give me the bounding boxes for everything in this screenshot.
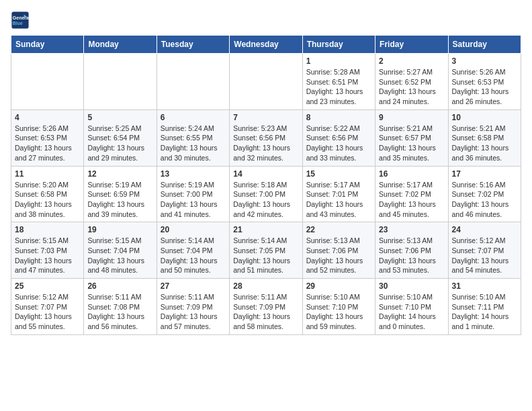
calendar-week-3: 11Sunrise: 5:20 AM Sunset: 6:58 PM Dayli… — [11, 166, 521, 222]
calendar-cell: 16Sunrise: 5:17 AM Sunset: 7:02 PM Dayli… — [375, 166, 448, 222]
calendar-cell: 10Sunrise: 5:21 AM Sunset: 6:58 PM Dayli… — [448, 109, 521, 166]
calendar-cell: 22Sunrise: 5:13 AM Sunset: 7:06 PM Dayli… — [302, 222, 375, 279]
day-info: Sunrise: 5:28 AM Sunset: 6:51 PM Dayligh… — [306, 67, 371, 107]
svg-rect-0 — [11, 11, 28, 28]
calendar-cell: 21Sunrise: 5:14 AM Sunset: 7:05 PM Dayli… — [230, 222, 302, 279]
day-header-friday: Friday — [375, 36, 448, 54]
day-number: 4 — [15, 113, 80, 122]
calendar-cell: 7Sunrise: 5:23 AM Sunset: 6:56 PM Daylig… — [230, 109, 302, 166]
calendar-cell: 9Sunrise: 5:21 AM Sunset: 6:57 PM Daylig… — [375, 109, 448, 166]
day-number: 7 — [233, 113, 298, 122]
calendar-cell: 8Sunrise: 5:22 AM Sunset: 6:56 PM Daylig… — [302, 109, 375, 166]
day-number: 31 — [452, 281, 517, 291]
svg-text:General: General — [13, 15, 30, 20]
day-number: 10 — [452, 113, 517, 122]
calendar-cell: 4Sunrise: 5:26 AM Sunset: 6:53 PM Daylig… — [11, 109, 84, 166]
calendar-cell: 23Sunrise: 5:13 AM Sunset: 7:06 PM Dayli… — [375, 222, 448, 279]
day-header-saturday: Saturday — [448, 36, 521, 54]
logo: General Blue — [11, 11, 30, 30]
day-number: 14 — [233, 169, 298, 179]
day-number: 5 — [87, 113, 152, 122]
day-header-sunday: Sunday — [11, 36, 84, 54]
day-info: Sunrise: 5:11 AM Sunset: 7:09 PM Dayligh… — [233, 292, 298, 332]
day-number: 15 — [306, 169, 371, 179]
page-header: General Blue — [11, 11, 521, 30]
calendar-cell: 3Sunrise: 5:26 AM Sunset: 6:53 PM Daylig… — [448, 54, 521, 110]
day-info: Sunrise: 5:13 AM Sunset: 7:06 PM Dayligh… — [306, 236, 371, 275]
day-number: 24 — [452, 225, 517, 234]
calendar-cell: 27Sunrise: 5:11 AM Sunset: 7:09 PM Dayli… — [157, 279, 229, 335]
calendar-cell: 28Sunrise: 5:11 AM Sunset: 7:09 PM Dayli… — [230, 279, 302, 335]
day-number: 18 — [15, 225, 80, 234]
day-info: Sunrise: 5:17 AM Sunset: 7:01 PM Dayligh… — [306, 180, 371, 220]
calendar-cell: 25Sunrise: 5:12 AM Sunset: 7:07 PM Dayli… — [11, 279, 84, 335]
calendar-cell — [11, 54, 84, 110]
day-info: Sunrise: 5:24 AM Sunset: 6:55 PM Dayligh… — [161, 124, 226, 163]
calendar-cell: 11Sunrise: 5:20 AM Sunset: 6:58 PM Dayli… — [11, 166, 84, 222]
day-info: Sunrise: 5:20 AM Sunset: 6:58 PM Dayligh… — [15, 180, 80, 220]
day-number: 9 — [379, 113, 444, 122]
calendar-cell: 5Sunrise: 5:25 AM Sunset: 6:54 PM Daylig… — [84, 109, 157, 166]
calendar-week-4: 18Sunrise: 5:15 AM Sunset: 7:03 PM Dayli… — [11, 222, 521, 279]
day-info: Sunrise: 5:15 AM Sunset: 7:03 PM Dayligh… — [15, 236, 80, 275]
calendar-cell — [157, 54, 229, 110]
day-header-monday: Monday — [84, 36, 157, 54]
day-number: 1 — [306, 56, 371, 66]
title-block — [30, 11, 494, 12]
calendar-week-2: 4Sunrise: 5:26 AM Sunset: 6:53 PM Daylig… — [11, 109, 521, 166]
day-number: 22 — [306, 225, 371, 234]
day-info: Sunrise: 5:25 AM Sunset: 6:54 PM Dayligh… — [87, 124, 152, 163]
day-info: Sunrise: 5:14 AM Sunset: 7:05 PM Dayligh… — [233, 236, 298, 275]
day-number: 30 — [379, 281, 444, 291]
day-number: 13 — [161, 169, 226, 179]
day-header-wednesday: Wednesday — [230, 36, 302, 54]
calendar-cell: 30Sunrise: 5:10 AM Sunset: 7:10 PM Dayli… — [375, 279, 448, 335]
day-header-tuesday: Tuesday — [157, 36, 229, 54]
svg-text:Blue: Blue — [13, 21, 23, 26]
calendar-cell: 29Sunrise: 5:10 AM Sunset: 7:10 PM Dayli… — [302, 279, 375, 335]
day-number: 27 — [161, 281, 226, 291]
day-info: Sunrise: 5:14 AM Sunset: 7:04 PM Dayligh… — [161, 236, 226, 275]
calendar-cell: 6Sunrise: 5:24 AM Sunset: 6:55 PM Daylig… — [157, 109, 229, 166]
calendar-week-1: 1Sunrise: 5:28 AM Sunset: 6:51 PM Daylig… — [11, 54, 521, 110]
day-info: Sunrise: 5:23 AM Sunset: 6:56 PM Dayligh… — [233, 124, 298, 163]
day-header-thursday: Thursday — [302, 36, 375, 54]
calendar-cell: 15Sunrise: 5:17 AM Sunset: 7:01 PM Dayli… — [302, 166, 375, 222]
day-number: 25 — [15, 281, 80, 291]
day-number: 23 — [379, 225, 444, 234]
day-number: 2 — [379, 56, 444, 66]
calendar-body: 1Sunrise: 5:28 AM Sunset: 6:51 PM Daylig… — [11, 54, 521, 335]
calendar-cell: 18Sunrise: 5:15 AM Sunset: 7:03 PM Dayli… — [11, 222, 84, 279]
calendar-week-5: 25Sunrise: 5:12 AM Sunset: 7:07 PM Dayli… — [11, 279, 521, 335]
calendar-cell: 20Sunrise: 5:14 AM Sunset: 7:04 PM Dayli… — [157, 222, 229, 279]
calendar-cell: 31Sunrise: 5:10 AM Sunset: 7:11 PM Dayli… — [448, 279, 521, 335]
day-number: 26 — [87, 281, 152, 291]
day-info: Sunrise: 5:21 AM Sunset: 6:57 PM Dayligh… — [379, 124, 444, 163]
day-number: 8 — [306, 113, 371, 122]
day-info: Sunrise: 5:22 AM Sunset: 6:56 PM Dayligh… — [306, 124, 371, 163]
day-info: Sunrise: 5:18 AM Sunset: 7:00 PM Dayligh… — [233, 180, 298, 220]
calendar-cell: 26Sunrise: 5:11 AM Sunset: 7:08 PM Dayli… — [84, 279, 157, 335]
calendar-cell: 12Sunrise: 5:19 AM Sunset: 6:59 PM Dayli… — [84, 166, 157, 222]
day-info: Sunrise: 5:10 AM Sunset: 7:11 PM Dayligh… — [452, 292, 517, 332]
logo-icon: General Blue — [11, 11, 30, 30]
day-number: 16 — [379, 169, 444, 179]
day-info: Sunrise: 5:19 AM Sunset: 7:00 PM Dayligh… — [161, 180, 226, 220]
day-info: Sunrise: 5:27 AM Sunset: 6:52 PM Dayligh… — [379, 67, 444, 107]
day-info: Sunrise: 5:16 AM Sunset: 7:02 PM Dayligh… — [452, 180, 517, 220]
day-info: Sunrise: 5:17 AM Sunset: 7:02 PM Dayligh… — [379, 180, 444, 220]
calendar-cell: 14Sunrise: 5:18 AM Sunset: 7:00 PM Dayli… — [230, 166, 302, 222]
day-number: 19 — [87, 225, 152, 234]
day-number: 11 — [15, 169, 80, 179]
day-number: 29 — [306, 281, 371, 291]
day-info: Sunrise: 5:15 AM Sunset: 7:04 PM Dayligh… — [87, 236, 152, 275]
calendar-cell: 1Sunrise: 5:28 AM Sunset: 6:51 PM Daylig… — [302, 54, 375, 110]
day-number: 20 — [161, 225, 226, 234]
day-info: Sunrise: 5:11 AM Sunset: 7:09 PM Dayligh… — [161, 292, 226, 332]
calendar-header: SundayMondayTuesdayWednesdayThursdayFrid… — [11, 36, 521, 54]
day-number: 12 — [87, 169, 152, 179]
day-number: 3 — [452, 56, 517, 66]
day-info: Sunrise: 5:12 AM Sunset: 7:07 PM Dayligh… — [15, 292, 80, 332]
calendar-cell: 2Sunrise: 5:27 AM Sunset: 6:52 PM Daylig… — [375, 54, 448, 110]
calendar-cell — [84, 54, 157, 110]
